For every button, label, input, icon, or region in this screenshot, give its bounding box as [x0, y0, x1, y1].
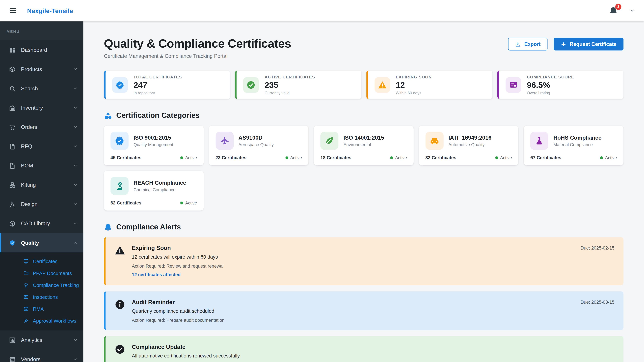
category-name: ISO 14001:2015 [344, 135, 384, 141]
request-certificate-button[interactable]: Request Certificate [554, 38, 623, 50]
chevron-down-icon [73, 202, 78, 206]
category-card-iso-14001[interactable]: ISO 14001:2015 Environmental 18 Certific… [314, 126, 414, 166]
warehouse-icon [9, 104, 16, 111]
alert-affected-link[interactable]: 12 certificates affected [132, 272, 180, 277]
quality-submenu: Certificates PPAP Documents Compliance T… [0, 252, 83, 330]
category-card-iatf-16949[interactable]: IATF 16949:2016 Automotive Quality 32 Ce… [419, 126, 518, 166]
category-count: 32 Certificates [426, 155, 456, 160]
category-count: 23 Certificates [216, 155, 246, 160]
alert-title: Compliance Update [132, 344, 240, 350]
submenu-item-inspections[interactable]: Inspections [0, 291, 83, 303]
request-certificate-button-label: Request Certificate [570, 41, 616, 47]
certificates-monitor-icon [24, 259, 29, 264]
stat-value: 247 [134, 80, 182, 90]
category-count: 67 Certificates [530, 155, 561, 160]
category-count: 45 Certificates [110, 155, 142, 160]
sidebar-item-search[interactable]: Search [0, 79, 83, 98]
submenu-item-certificates[interactable]: Certificates [0, 255, 83, 267]
category-card-reach[interactable]: REACH Compliance Chemical Compliance 62 … [104, 171, 204, 211]
chevron-down-icon [73, 86, 78, 91]
category-shapes-icon [104, 112, 112, 120]
submenu-item-rma[interactable]: RMA [0, 303, 83, 315]
sidebar-menu-label: MENU [0, 21, 83, 40]
sidebar-item-rfq[interactable]: RFQ [0, 137, 83, 156]
sidebar-item-cad-library[interactable]: CAD Library [0, 214, 83, 233]
topbar: Nexgile-Tensile 3 [0, 0, 644, 21]
category-grid: ISO 9001:2015 Quality Management 45 Cert… [104, 126, 624, 211]
category-desc: Aerospace Quality [238, 142, 274, 147]
shield-check-icon [9, 240, 16, 246]
car-icon [426, 132, 444, 150]
sidebar-item-analytics[interactable]: Analytics [0, 330, 83, 350]
sidebar-item-orders[interactable]: Orders [0, 117, 83, 137]
sidebar-item-vendors[interactable]: Vendors [0, 350, 83, 362]
person-check-icon [24, 318, 29, 324]
page-title: Quality & Compliance Certificates [104, 37, 291, 51]
categories-section-header: Certification Categories [104, 111, 624, 120]
document-icon [9, 143, 16, 149]
submenu-item-label: Inspections [33, 294, 58, 300]
hamburger-menu-icon[interactable] [9, 6, 17, 15]
stats-row: TOTAL CERTIFICATES 247 In repository ACT… [104, 71, 624, 99]
stat-sub: Overall rating [527, 91, 574, 95]
check-circle-icon [243, 77, 259, 93]
category-name: AS9100D [238, 135, 274, 141]
notifications-bell-icon[interactable]: 3 [609, 6, 618, 15]
category-count: 18 Certificates [320, 155, 351, 160]
sidebar-item-products[interactable]: Products [0, 59, 83, 79]
stat-card-expiring-soon: EXPIRING SOON 12 Within 60 days [366, 71, 492, 99]
dashboard-icon [9, 46, 16, 53]
app-root: Nexgile-Tensile 3 MENU Dashboard Product… [0, 0, 644, 362]
sidebar-item-label: Dashboard [21, 47, 78, 53]
sidebar-item-label: BOM [21, 163, 73, 169]
category-card-iso-9001[interactable]: ISO 9001:2015 Quality Management 45 Cert… [104, 126, 204, 166]
sidebar-item-kitting[interactable]: Kitting [0, 175, 83, 195]
account-chevron-down-icon[interactable] [629, 8, 635, 13]
category-name: RoHS Compliance [554, 135, 602, 141]
stat-card-active-certificates: ACTIVE CERTIFICATES 235 Currently valid [235, 71, 361, 99]
status-dot [600, 156, 603, 159]
cube-icon [9, 220, 16, 227]
sidebar-item-quality[interactable]: Quality [0, 233, 83, 252]
alerts-section-header: Compliance Alerts [104, 223, 624, 232]
products-box-icon [9, 66, 16, 72]
export-button[interactable]: Export [508, 38, 548, 50]
warning-triangle-icon [114, 245, 125, 256]
submenu-item-label: Certificates [33, 258, 58, 264]
chevron-down-icon [73, 338, 78, 343]
submenu-item-compliance-tracking[interactable]: Compliance Tracking [0, 279, 83, 291]
chevron-down-icon [73, 221, 78, 226]
bell-icon [104, 223, 112, 231]
sidebar-item-label: Design [21, 201, 73, 207]
category-card-rohs[interactable]: RoHS Compliance Material Compliance 67 C… [524, 126, 623, 166]
return-box-icon [24, 306, 29, 312]
microscope-icon [110, 177, 129, 195]
kitting-boxes-icon [9, 182, 16, 188]
stat-value: 96.5% [527, 80, 574, 90]
category-status: Active [495, 155, 512, 160]
chevron-down-icon [73, 105, 78, 110]
status-dot [495, 156, 498, 159]
info-circle-icon [114, 299, 125, 310]
storefront-icon [9, 356, 16, 362]
alert-expiring-soon: Expiring Soon 12 certificates will expir… [104, 237, 624, 285]
submenu-item-label: RMA [33, 306, 44, 312]
category-name: REACH Compliance [134, 180, 186, 186]
category-desc: Automotive Quality [448, 142, 492, 147]
bar-chart-icon [9, 337, 16, 343]
sidebar-item-bom[interactable]: BOM [0, 156, 83, 175]
sidebar-item-label: Vendors [21, 356, 73, 362]
sidebar-item-dashboard[interactable]: Dashboard [0, 40, 83, 59]
submenu-item-approval-workflows[interactable]: Approval Workflows [0, 315, 83, 327]
category-name: IATF 16949:2016 [448, 135, 492, 141]
stat-sub: Within 60 days [396, 91, 432, 95]
category-card-as9100d[interactable]: AS9100D Aerospace Quality 23 Certificate… [209, 126, 308, 166]
category-status: Active [285, 155, 302, 160]
sidebar-item-design[interactable]: Design [0, 195, 83, 214]
status-dot [180, 201, 183, 204]
download-icon [515, 41, 521, 47]
warning-triangle-icon [374, 77, 390, 93]
chevron-up-icon [73, 241, 78, 245]
sidebar-item-inventory[interactable]: Inventory [0, 98, 83, 117]
submenu-item-ppap-documents[interactable]: PPAP Documents [0, 267, 83, 279]
